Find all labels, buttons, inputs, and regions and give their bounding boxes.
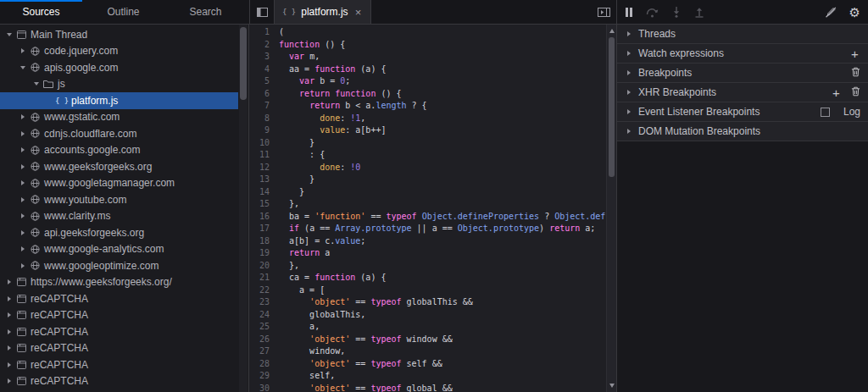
caret-right-icon[interactable]	[3, 279, 14, 284]
code-text[interactable]: (	[279, 26, 284, 39]
code-text[interactable]: },	[279, 198, 299, 211]
line-number[interactable]: 1	[249, 26, 270, 39]
line-number[interactable]: 26	[249, 334, 270, 346]
line-number[interactable]: 8	[249, 113, 270, 125]
code-text[interactable]: var b = 0;	[279, 75, 350, 88]
line-number[interactable]: 30	[249, 383, 270, 392]
line-number[interactable]: 19	[249, 247, 270, 260]
settings-gear-icon[interactable]: ⚙	[849, 6, 860, 19]
source-tree-item[interactable]: cdnjs.cloudflare.com	[0, 125, 238, 142]
caret-right-icon[interactable]	[3, 329, 14, 334]
line-number[interactable]: 20	[249, 260, 270, 273]
caret-right-icon[interactable]	[17, 230, 28, 235]
caret-right-icon[interactable]	[3, 312, 14, 317]
code-text[interactable]: if (a == Array.prototype || a == Object.…	[279, 223, 595, 235]
code-text[interactable]: 'object' == typeof global &&	[279, 383, 453, 392]
add-xhr-breakpoint-button[interactable]: +	[831, 86, 842, 99]
code-area[interactable]: 1(2function () {3 var m,4 aa = function …	[249, 26, 606, 392]
caret-right-icon[interactable]	[17, 131, 28, 136]
code-text[interactable]: window,	[279, 345, 345, 358]
caret-right-icon[interactable]	[17, 180, 28, 185]
code-text[interactable]: return function () {	[279, 88, 402, 101]
caret-down-icon[interactable]	[31, 82, 42, 86]
code-text[interactable]: ba = 'function' == typeof Object.defineP…	[279, 211, 605, 224]
source-tree-item[interactable]: www.googleoptimize.com	[0, 257, 238, 274]
line-number[interactable]: 15	[249, 198, 270, 211]
step-out-icon[interactable]	[694, 6, 704, 18]
caret-right-icon[interactable]	[17, 114, 28, 119]
pause-button[interactable]	[625, 8, 633, 17]
source-tree-item[interactable]: www.geeksforgeeks.org	[0, 158, 238, 175]
section-threads[interactable]: Threads	[617, 25, 868, 44]
code-text[interactable]: done: !1,	[279, 113, 365, 125]
line-number[interactable]: 3	[249, 51, 270, 63]
line-number[interactable]: 16	[249, 211, 270, 224]
log-event-listeners-checkbox[interactable]	[821, 108, 830, 117]
source-tree-item[interactable]: www.gstatic.com	[0, 109, 238, 126]
source-tree-item[interactable]: reCAPTCHA	[0, 373, 238, 390]
source-tree-item[interactable]: code.jquery.com	[0, 43, 238, 60]
source-tree-item[interactable]: www.googletagmanager.com	[0, 175, 238, 192]
step-in-icon[interactable]	[671, 6, 682, 18]
source-tree-item[interactable]: www.youtube.com	[0, 191, 238, 208]
code-text[interactable]: a[b] = c.value;	[279, 235, 365, 248]
code-text[interactable]: : {	[279, 149, 325, 162]
line-number[interactable]: 9	[249, 124, 270, 137]
code-text[interactable]: a = [	[279, 284, 325, 297]
step-over-icon[interactable]	[646, 7, 659, 18]
line-number[interactable]: 23	[249, 296, 270, 309]
code-text[interactable]: ca = function (a) {	[279, 272, 386, 284]
caret-right-icon[interactable]	[17, 246, 28, 251]
line-number[interactable]: 13	[249, 174, 270, 186]
code-text[interactable]: value: a[b++]	[279, 124, 386, 137]
caret-right-icon[interactable]	[3, 345, 14, 351]
remove-all-breakpoints-button[interactable]	[851, 67, 860, 80]
tab-sources[interactable]: Sources	[0, 0, 82, 24]
tab-outline[interactable]: Outline	[82, 0, 164, 24]
source-tree-item[interactable]: accounts.google.com	[0, 142, 238, 159]
source-tree-item[interactable]: reCAPTCHA	[0, 307, 238, 324]
code-text[interactable]: a,	[279, 321, 320, 334]
source-tree-item[interactable]: apis.google.com	[0, 59, 238, 76]
caret-right-icon[interactable]	[17, 147, 28, 152]
scroll-up-arrow-icon[interactable]	[609, 29, 615, 33]
caret-down-icon[interactable]	[17, 66, 28, 69]
close-tab-icon[interactable]: ×	[353, 6, 364, 19]
caret-right-icon[interactable]	[17, 164, 28, 169]
code-text[interactable]: function () {	[279, 39, 345, 52]
line-number[interactable]: 7	[249, 100, 270, 113]
section-event-listener-breakpoints[interactable]: Event Listener BreakpointsLog	[617, 102, 868, 122]
caret-right-icon[interactable]	[3, 296, 14, 301]
file-tab-platform-js[interactable]: { } platform.js ×	[274, 0, 371, 24]
line-number[interactable]: 10	[249, 137, 270, 150]
code-text[interactable]: var m,	[279, 51, 320, 63]
code-text[interactable]: globalThis,	[279, 309, 365, 322]
line-number[interactable]: 21	[249, 272, 270, 284]
add-watch-expression-button[interactable]: +	[849, 47, 860, 60]
tab-search[interactable]: Search	[164, 0, 247, 24]
code-text[interactable]: }	[279, 137, 314, 150]
code-text[interactable]: },	[279, 260, 299, 273]
code-text[interactable]: 'object' == typeof window &&	[279, 334, 453, 346]
source-tree-item[interactable]: reCAPTCHA	[0, 340, 238, 357]
code-text[interactable]: 'object' == typeof globalThis &&	[279, 296, 473, 309]
code-text[interactable]: }	[279, 186, 304, 199]
code-text[interactable]: return b < a.length ? {	[279, 100, 427, 113]
code-text[interactable]: done: !0	[279, 162, 360, 174]
caret-down-icon[interactable]	[3, 33, 14, 36]
line-number[interactable]: 29	[249, 370, 270, 383]
line-number[interactable]: 28	[249, 358, 270, 371]
sources-panel-toggle-icon[interactable]	[250, 0, 274, 24]
line-number[interactable]: 12	[249, 162, 270, 174]
source-tree-item[interactable]: reCAPTCHA	[0, 356, 238, 373]
section-xhr-breakpoints[interactable]: XHR Breakpoints+	[617, 83, 868, 102]
caret-right-icon[interactable]	[17, 263, 28, 268]
line-number[interactable]: 17	[249, 223, 270, 235]
scrollbar-thumb[interactable]	[609, 37, 615, 177]
source-tree-item[interactable]: www.google-analytics.com	[0, 241, 238, 258]
source-tree-item[interactable]: reCAPTCHA	[0, 290, 238, 307]
code-text[interactable]: aa = function (a) {	[279, 63, 386, 76]
section-breakpoints[interactable]: Breakpoints	[617, 63, 868, 83]
sources-tree-scrollbar[interactable]	[239, 25, 248, 392]
line-number[interactable]: 24	[249, 309, 270, 322]
